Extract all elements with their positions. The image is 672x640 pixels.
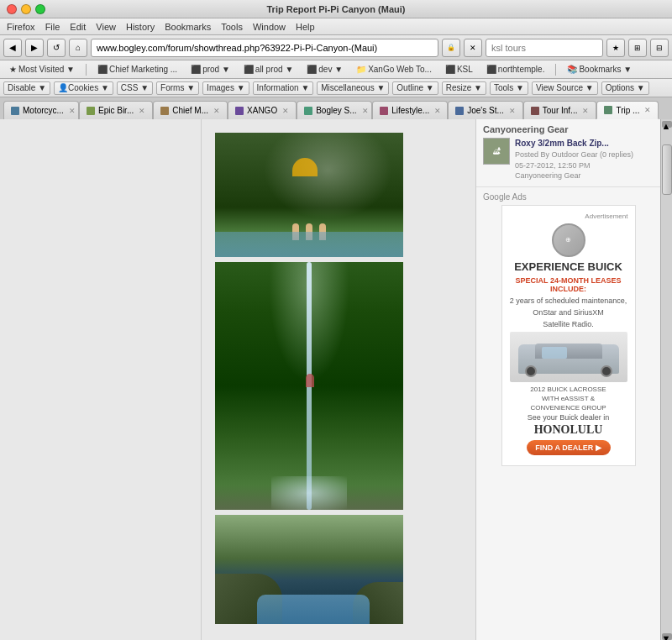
main-content[interactable] xyxy=(202,119,475,640)
ad-headline: EXPERIENCE BUICK xyxy=(509,260,628,273)
plugin-forms[interactable]: Forms ▼ xyxy=(156,81,199,95)
photo-waterfall xyxy=(215,262,403,510)
car-illustration xyxy=(510,332,627,382)
scroll-thumb[interactable] xyxy=(662,144,672,195)
minimize-button[interactable] xyxy=(21,4,31,14)
menu-edit[interactable]: Edit xyxy=(70,22,86,32)
tab-favicon xyxy=(11,107,19,115)
tab-close-bogley[interactable]: ✕ xyxy=(362,107,369,115)
tab-close-tour[interactable]: ✕ xyxy=(582,107,589,115)
tab-lifestyle[interactable]: Lifestyle... ✕ xyxy=(372,101,448,119)
post-avatar: 🏕 xyxy=(483,138,510,165)
bookmark-xango[interactable]: 📁 XanGo Web To... xyxy=(352,63,436,76)
plugin-view-source[interactable]: View Source ▼ xyxy=(532,81,598,95)
find-dealer-button[interactable]: FIND A DEALER ▶ xyxy=(527,440,611,455)
bookmark-bookmarks[interactable]: 📚 Bookmarks ▼ xyxy=(563,63,636,76)
refresh-cancel-button[interactable]: ✕ xyxy=(464,39,482,57)
tab-trip-active[interactable]: Trip ... ✕ xyxy=(596,101,659,119)
right-sidebar: Canyoneering Gear 🏕 Roxy 3/2mm Back Zip.… xyxy=(475,119,660,640)
nav-extra-button1[interactable]: ⊞ xyxy=(628,39,647,57)
tab-epic-bir[interactable]: Epic Bir... ✕ xyxy=(79,101,153,119)
tab-motorcyc[interactable]: Motorcyc... ✕ xyxy=(3,101,79,119)
scroll-up-button[interactable]: ▲ xyxy=(662,121,672,128)
scroll-down-button[interactable]: ▼ xyxy=(662,633,672,640)
tab-xango[interactable]: XANGO ✕ xyxy=(228,101,297,119)
post-info: Roxy 3/2mm Back Zip... Posted By Outdoor… xyxy=(515,138,633,181)
tab-bogley[interactable]: Bogley S... ✕ xyxy=(297,101,372,119)
maximize-button[interactable] xyxy=(35,4,45,14)
search-bar[interactable] xyxy=(486,39,603,57)
plugin-information[interactable]: Information ▼ xyxy=(253,81,314,95)
menu-view[interactable]: View xyxy=(96,22,116,32)
nav-extra-button2[interactable]: ⊟ xyxy=(650,39,669,57)
bookmark-prod[interactable]: ⬛ prod ▼ xyxy=(186,63,234,76)
plugin-bar: Disable ▼ 👤 Cookies ▼ CSS ▼ Forms ▼ Imag… xyxy=(0,79,672,97)
plugin-resize[interactable]: Resize ▼ xyxy=(442,81,486,95)
tab-chief-m[interactable]: Chief M... ✕ xyxy=(153,101,228,119)
buick-logo: ⊕ xyxy=(552,223,585,257)
separator xyxy=(86,64,87,76)
avatar-icon: 🏕 xyxy=(493,147,501,155)
sidebar-section-title: Canyoneering Gear xyxy=(483,124,654,134)
menu-bookmarks[interactable]: Bookmarks xyxy=(165,22,211,32)
menu-firefox[interactable]: Firefox xyxy=(7,22,35,32)
back-button[interactable]: ◀ xyxy=(3,39,22,57)
plugin-cookies[interactable]: 👤 Cookies ▼ xyxy=(54,81,113,95)
bookmark-dev[interactable]: ⬛ dev ▼ xyxy=(302,63,347,76)
bookmark-northtemple[interactable]: ⬛ northtemple. xyxy=(482,63,549,76)
logo-emblem: ⊕ xyxy=(565,236,571,244)
menu-window[interactable]: Window xyxy=(253,22,286,32)
ad-box[interactable]: Advertisement ⊕ EXPERIENCE BUICK SPECIAL… xyxy=(501,205,636,466)
window-controls[interactable] xyxy=(7,4,45,14)
post-date: 05-27-2012, 12:50 PM xyxy=(515,160,633,171)
plugin-options[interactable]: Options ▼ xyxy=(601,81,649,95)
tab-close-epic[interactable]: ✕ xyxy=(139,107,145,115)
rappeller xyxy=(306,374,314,387)
plugin-tools[interactable]: Tools ▼ xyxy=(490,81,528,95)
left-panel xyxy=(0,119,202,640)
tab-close-chief[interactable]: ✕ xyxy=(213,107,220,115)
bookmark-ksl[interactable]: ⬛ KSL xyxy=(441,63,477,76)
menu-file[interactable]: File xyxy=(45,22,60,32)
tab-favicon2 xyxy=(87,107,95,115)
page-icon: ⬛ xyxy=(97,65,108,74)
menu-tools[interactable]: Tools xyxy=(221,22,243,32)
tab-favicon8 xyxy=(531,107,539,115)
plugin-css[interactable]: CSS ▼ xyxy=(117,81,153,95)
menu-history[interactable]: History xyxy=(126,22,155,32)
tab-close-trip[interactable]: ✕ xyxy=(644,106,651,114)
url-bar[interactable] xyxy=(91,39,438,57)
tab-close-motorcyc[interactable]: ✕ xyxy=(69,107,76,115)
post-title[interactable]: Roxy 3/2mm Back Zip... xyxy=(515,138,633,150)
plugin-images[interactable]: Images ▼ xyxy=(202,81,249,95)
plugin-miscellaneous[interactable]: Miscellaneous ▼ xyxy=(317,81,389,95)
tab-favicon9 xyxy=(604,106,612,114)
bookmark-most-visited[interactable]: ★ Most Visited ▼ xyxy=(5,63,79,76)
bookmark-all-prod[interactable]: ⬛ all prod ▼ xyxy=(239,63,297,76)
ads-label: Google Ads xyxy=(483,192,654,202)
tab-close-joes[interactable]: ✕ xyxy=(509,107,516,115)
bookmark-star-button[interactable]: ★ xyxy=(606,39,625,57)
home-button[interactable]: ⌂ xyxy=(69,39,87,57)
plugin-disable[interactable]: Disable ▼ xyxy=(3,81,50,95)
bookmarks-folder-icon: 📚 xyxy=(567,65,577,74)
reload-button[interactable]: ↺ xyxy=(47,39,66,57)
menu-help[interactable]: Help xyxy=(296,22,315,32)
plugin-outline[interactable]: Outline ▼ xyxy=(392,81,438,95)
windshield xyxy=(542,347,567,359)
tab-close-xango[interactable]: ✕ xyxy=(282,107,289,115)
pool-water xyxy=(257,595,370,624)
water-element xyxy=(215,232,403,257)
bookmark-chief-marketing[interactable]: ⬛ Chief Marketing ... xyxy=(93,63,181,76)
tab-tour-inf[interactable]: Tour Inf... ✕ xyxy=(523,101,597,119)
star-icon: ★ xyxy=(9,65,17,74)
menu-bar: Firefox File Edit View History Bookmarks… xyxy=(0,18,672,35)
tab-joes[interactable]: Joe's St... ✕ xyxy=(448,101,523,119)
ad-flag: Advertisement xyxy=(509,212,628,220)
tab-close-lifestyle[interactable]: ✕ xyxy=(434,107,441,115)
close-button[interactable] xyxy=(7,4,17,14)
page-icon: ⬛ xyxy=(486,65,496,74)
sidebar-canyoneering-section: Canyoneering Gear 🏕 Roxy 3/2mm Back Zip.… xyxy=(476,119,660,187)
scrollbar[interactable]: ▲ ▼ xyxy=(660,119,672,640)
forward-button[interactable]: ▶ xyxy=(25,39,44,57)
